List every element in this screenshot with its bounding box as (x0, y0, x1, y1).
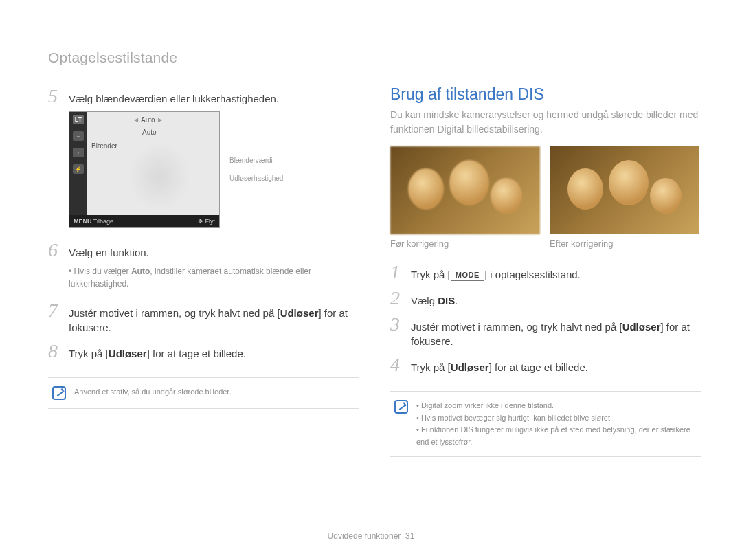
nav-icon: ✥ (198, 218, 203, 225)
step-text: Tryk på [MODE] i optagelsestilstand. (411, 263, 581, 282)
step-number: 8 (48, 340, 69, 361)
step-text: Vælg DIS. (411, 289, 458, 308)
lcd-silhouette (128, 142, 190, 211)
annotation-shutter: Udløserhastighed (229, 170, 283, 188)
caption-after: Efter korrigering (550, 238, 699, 249)
step-number: 2 (390, 287, 411, 308)
step-1: 1 Tryk på [MODE] i optagelsestilstand. (390, 261, 701, 282)
lcd-screen: LT ≡ ▫ ⚡ ◀ Auto ▶ (69, 111, 220, 228)
lcd-row1-value: Auto (141, 116, 155, 124)
before-photo (390, 146, 540, 234)
step-number: 7 (48, 300, 69, 320)
mode-button-label: MODE (451, 269, 484, 281)
right-column: Brug af tilstanden DIS Du kan mindske ka… (390, 85, 701, 457)
after-photo (550, 146, 699, 234)
step-number: 1 (390, 261, 411, 282)
lcd-status-right: Flyt (205, 218, 216, 225)
step-3: 3 Justér motivet i rammen, og tryk halvt… (390, 313, 701, 348)
step-text: Vælg blændeværdien eller lukkerhastighed… (69, 87, 279, 106)
annotation-aperture: Blænderværdi (229, 152, 283, 170)
step-5: 5 Vælg blændeværdien eller lukkerhastigh… (48, 85, 359, 106)
lcd-status-left: Tilbage (93, 218, 113, 225)
step-text: Tryk på [Udløser] for at tage et billede… (411, 356, 588, 374)
lcd-square-icon: ▫ (73, 148, 84, 157)
step-text: Justér motivet i rammen, og tryk halvt n… (411, 315, 701, 348)
tip-item: Funktionen DIS fungerer muligvis ikke på… (416, 424, 697, 448)
note-icon (52, 386, 66, 400)
image-row (390, 146, 701, 234)
step-4: 4 Tryk på [Udløser] for at tage et bille… (390, 354, 701, 374)
tip-item: Digital zoom virker ikke i denne tilstan… (416, 400, 697, 412)
caption-row: Før korrigering Efter korrigering (390, 238, 701, 249)
step-6: 6 Vælg en funktion. (48, 239, 359, 260)
lcd-flash-off-icon: ⚡ (73, 164, 84, 174)
lcd-bars-icon: ≡ (73, 131, 84, 141)
lcd-lt-icon: LT (73, 115, 84, 124)
lcd-preview: LT ≡ ▫ ⚡ ◀ Auto ▶ (69, 111, 359, 228)
step-text: Tryk på [Udløser] for at tage et billede… (69, 342, 246, 361)
step-6-sub: Hvis du vælger Auto, indstiller kameraet… (69, 265, 359, 290)
arrow-left-icon: ◀ (131, 117, 141, 123)
left-column: 5 Vælg blændeværdien eller lukkerhastigh… (48, 85, 359, 457)
step-number: 6 (48, 239, 69, 260)
note-icon (394, 400, 408, 414)
step-number: 3 (390, 313, 411, 334)
lcd-mode-label: Blænder (91, 142, 117, 150)
step-8: 8 Tryk på [Udløser] for at tage et bille… (48, 340, 359, 361)
tip-list: Digital zoom virker ikke i denne tilstan… (416, 400, 697, 448)
step-text: Justér motivet i rammen, og tryk halvt n… (69, 302, 359, 335)
tip-text: Anvend et stativ, så du undgår slørede b… (74, 386, 232, 400)
tip-box: Anvend et stativ, så du undgår slørede b… (48, 377, 359, 409)
lcd-menu-label: MENU (74, 218, 92, 225)
section-intro: Du kan mindske kamerarystelser og hermed… (390, 108, 701, 137)
caption-before: Før korrigering (390, 238, 540, 249)
step-number: 4 (390, 354, 411, 374)
step-text: Vælg en funktion. (69, 241, 149, 260)
arrow-right-icon: ▶ (155, 117, 165, 123)
step-2: 2 Vælg DIS. (390, 287, 701, 308)
lcd-annotations: Blænderværdi Udløserhastighed (229, 152, 283, 188)
section-heading: Brug af tilstanden DIS (390, 85, 701, 104)
tip-box: Digital zoom virker ikke i denne tilstan… (390, 391, 701, 457)
step-number: 5 (48, 85, 69, 106)
step-7: 7 Justér motivet i rammen, og tryk halvt… (48, 300, 359, 335)
lcd-row2-value: Auto (142, 128, 157, 136)
page-footer: Udvidede funktioner 31 (0, 531, 742, 541)
tip-item: Hvis motivet bevæger sig hurtigt, kan bi… (416, 412, 697, 425)
page-header: Optagelsestilstande (48, 49, 701, 66)
